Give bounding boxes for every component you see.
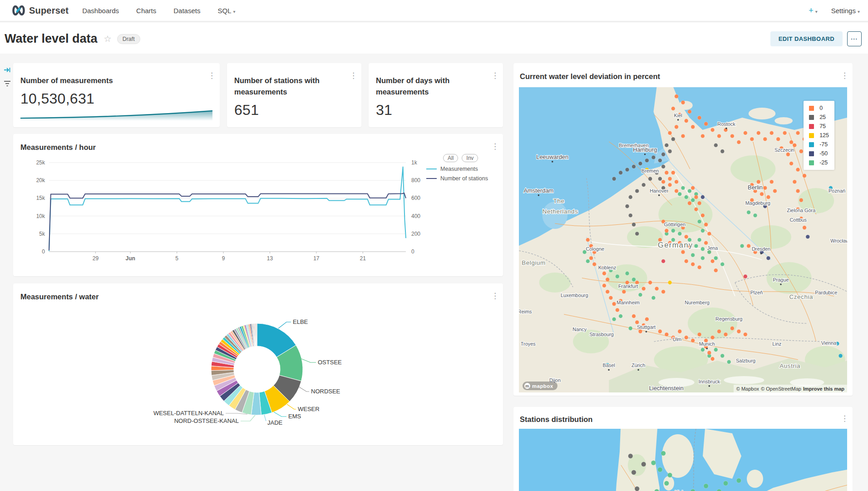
svg-text:29: 29	[93, 255, 99, 262]
donut-chart[interactable]: ELBEOSTSEENORDSEEWESEREMSJADENORD-OSTSEE…	[13, 283, 503, 445]
kpi-sparkline	[20, 109, 212, 121]
legend-invert-button[interactable]: Inv	[462, 154, 478, 162]
map-legend-item[interactable]: 0	[809, 105, 829, 111]
svg-text:13: 13	[267, 255, 273, 262]
map-legend-item[interactable]: 125	[809, 132, 829, 139]
svg-text:Kiel: Kiel	[674, 113, 682, 118]
map-legend-item[interactable]: 75	[809, 123, 829, 129]
kpi-card-stations: Number of stations with measurements ⋮ 6…	[227, 63, 361, 127]
svg-text:Poznań: Poznań	[829, 188, 845, 193]
expand-filter-bar-icon[interactable]	[4, 66, 11, 75]
kpi-value: 10,530,631	[20, 90, 212, 107]
svg-text:Jena: Jena	[707, 245, 719, 251]
svg-text:ELBE: ELBE	[293, 318, 308, 325]
nav-sql[interactable]: SQL▾	[217, 7, 235, 15]
legend-swatch	[809, 142, 814, 147]
legend-label: 0	[819, 105, 823, 111]
kebab-menu-icon[interactable]: ⋮	[841, 416, 848, 422]
svg-text:Wrocław: Wrocław	[830, 238, 847, 243]
svg-text:800: 800	[411, 177, 420, 184]
new-item-button[interactable]: +▾	[809, 6, 818, 15]
svg-text:Prague: Prague	[773, 277, 789, 283]
legend-select-all-button[interactable]: All	[443, 154, 458, 162]
svg-text:Nuremberg: Nuremberg	[685, 300, 709, 305]
svg-text:Dresden: Dresden	[752, 246, 770, 252]
nav-datasets[interactable]: Datasets	[173, 7, 200, 15]
map-legend-item[interactable]: 25	[809, 114, 829, 120]
legend-swatch	[809, 160, 814, 165]
map-attribution: © Mapbox © OpenStreetMap Improve this ma…	[734, 385, 847, 392]
chart-title: Stations distribution	[520, 415, 592, 424]
legend-label: 75	[819, 123, 826, 129]
map-canvas: KielRostock	[519, 429, 847, 491]
stations-map[interactable]: KielRostock	[519, 429, 847, 491]
nav-dashboards[interactable]: Dashboards	[82, 7, 119, 15]
svg-text:Jun: Jun	[126, 255, 135, 262]
svg-text:NORDSEE: NORDSEE	[311, 388, 340, 395]
kebab-menu-icon[interactable]: ⋮	[350, 73, 357, 79]
legend-item-measurements[interactable]: Measurements	[426, 166, 478, 172]
chevron-down-icon: ▾	[815, 9, 818, 14]
svg-text:5k: 5k	[39, 231, 45, 237]
svg-text:Rostock: Rostock	[717, 121, 735, 127]
svg-text:1k: 1k	[411, 159, 418, 166]
svg-text:Szczecin: Szczecin	[774, 147, 794, 153]
svg-text:Magdeburg: Magdeburg	[745, 200, 770, 206]
legend-swatch	[809, 124, 814, 129]
svg-text:Mannheim: Mannheim	[616, 300, 640, 305]
legend-swatch	[809, 151, 814, 156]
legend-label: 125	[819, 132, 829, 139]
legend-item-number-of-stations[interactable]: Number of stations	[426, 175, 488, 182]
kpi-title: Number of stations with measurements	[234, 75, 348, 98]
kebab-menu-icon[interactable]: ⋮	[491, 144, 498, 149]
improve-map-link[interactable]: Improve this map	[803, 386, 844, 392]
svg-text:Plzeň: Plzeň	[750, 290, 763, 295]
nav-charts[interactable]: Charts	[136, 7, 156, 15]
chevron-down-icon: ▾	[233, 9, 235, 14]
svg-text:Salzburg: Salzburg	[736, 358, 755, 363]
svg-text:Czechia: Czechia	[789, 293, 814, 300]
svg-text:Munich: Munich	[699, 341, 715, 347]
line-chart: 05k10k15k20k25k02004006008001k29Jun59131…	[13, 134, 503, 276]
chart-card-stations-distribution: Stations distribution ⋮	[513, 407, 853, 491]
map-legend-item[interactable]: -50	[809, 150, 829, 157]
kebab-menu-icon[interactable]: ⋮	[208, 73, 215, 79]
map-legend-item[interactable]: -25	[809, 159, 829, 166]
edit-dashboard-button[interactable]: EDIT DASHBOARD	[770, 31, 843, 46]
kpi-title: Number of measurements	[20, 75, 134, 86]
svg-text:Vienna: Vienna	[821, 340, 837, 346]
kebab-menu-icon[interactable]: ⋮	[491, 73, 498, 79]
map-legend: 02575125-75-50-25	[804, 101, 834, 170]
svg-text:Leeuwarden: Leeuwarden	[536, 154, 568, 160]
svg-text:21: 21	[360, 255, 366, 262]
svg-text:Bremen: Bremen	[641, 168, 659, 174]
svg-text:Netherlands: Netherlands	[542, 208, 578, 215]
chart-card-measurements-per-hour: Measurements / hour ⋮ All Inv Measuremen…	[13, 134, 503, 276]
favorite-star-icon[interactable]: ☆	[104, 34, 112, 44]
svg-text:200: 200	[411, 231, 420, 237]
svg-text:Nancy: Nancy	[572, 327, 587, 332]
svg-text:Zürich: Zürich	[631, 362, 645, 368]
svg-text:Koblenz: Koblenz	[598, 264, 616, 270]
mapbox-logo: m mapbox	[523, 382, 557, 390]
kpi-title: Number of days with measurements	[376, 75, 489, 98]
map-legend-item[interactable]: -75	[809, 141, 829, 148]
kpi-value: 651	[234, 102, 354, 119]
settings-menu[interactable]: Settings▾	[831, 7, 860, 15]
filter-icon[interactable]	[4, 80, 11, 89]
deviation-map[interactable]: LeeuwardenAmsterdamTheNetherlandsBelgium…	[519, 87, 847, 392]
mapbox-circle-icon: m	[524, 383, 530, 389]
svg-text:600: 600	[411, 195, 420, 201]
more-options-button[interactable]: ···	[847, 31, 862, 46]
svg-text:Ulm: Ulm	[673, 337, 681, 342]
kebab-menu-icon[interactable]: ⋮	[841, 73, 848, 79]
svg-text:20k: 20k	[36, 177, 45, 184]
status-badge: Draft	[117, 34, 140, 44]
svg-text:0: 0	[411, 248, 414, 255]
svg-text:25k: 25k	[36, 159, 45, 166]
chart-title: Current water level deviation in percent	[520, 72, 660, 81]
svg-text:Amsterdam: Amsterdam	[523, 187, 553, 194]
superset-logo[interactable]: Superset	[12, 5, 69, 16]
svg-text:Austria: Austria	[779, 362, 800, 369]
svg-text:Frankfurt: Frankfurt	[618, 283, 638, 288]
